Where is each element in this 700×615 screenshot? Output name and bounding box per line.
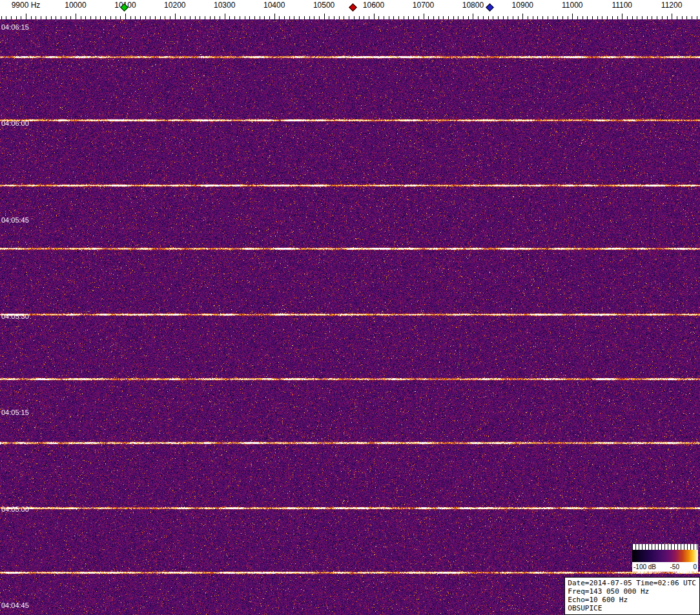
- spectrogram-area: 04:06:1504:06:0004:05:4504:05:3004:05:15…: [0, 19, 700, 615]
- freq-tick-label: 11200: [661, 1, 682, 10]
- info-box: Date=2014-07-05 Time=02:06 UTC Freq=143 …: [564, 577, 700, 615]
- major-tick: [225, 14, 225, 19]
- color-scale-gradient: [632, 550, 698, 562]
- time-label: 04:04:45: [1, 601, 29, 609]
- freq-tick-label: 10500: [313, 1, 335, 10]
- color-scale-ticks: [632, 544, 698, 550]
- time-label: 04:05:15: [1, 408, 29, 416]
- color-scale-labels: -100 dB -50 0: [632, 562, 698, 572]
- freq-tick-label: 10700: [413, 1, 434, 10]
- spectrogram-screen: 9900 Hz100001010010200103001040010500106…: [0, 0, 700, 615]
- color-scale-label-min: -100 dB: [633, 563, 656, 570]
- major-tick: [572, 14, 573, 19]
- freq-tick-label: 10600: [363, 1, 384, 10]
- info-echo-line: Echo=10 600 Hz: [568, 596, 696, 604]
- frequency-ruler: 9900 Hz100001010010200103001040010500106…: [0, 0, 700, 19]
- freq-tick-label: 10300: [214, 1, 235, 10]
- info-freq-line: Freq=143 050 000 Hz: [568, 587, 696, 596]
- time-label: 04:06:15: [1, 23, 29, 31]
- time-label: 04:05:30: [1, 312, 29, 320]
- blue-diamond-marker[interactable]: [486, 3, 494, 12]
- color-scale-label-mid: -50: [670, 563, 679, 570]
- major-tick: [374, 14, 375, 19]
- major-tick: [26, 14, 26, 19]
- info-date-time-line: Date=2014-07-05 Time=02:06 UTC: [568, 579, 696, 587]
- freq-tick-label: 11000: [562, 1, 582, 10]
- info-station-line: OBSUPICE: [568, 604, 696, 612]
- color-scale: -100 dB -50 0: [632, 544, 698, 572]
- time-label: 04:05:45: [1, 216, 29, 224]
- freq-tick-label: 10900: [512, 1, 533, 10]
- major-tick: [473, 14, 473, 19]
- major-tick: [76, 14, 76, 19]
- freq-tick-label: 11100: [612, 1, 632, 10]
- red-diamond-marker[interactable]: [349, 3, 357, 12]
- major-tick: [522, 14, 523, 19]
- time-label: 04:05:00: [1, 505, 29, 513]
- major-tick: [424, 14, 424, 19]
- freq-tick-label: 10000: [65, 1, 86, 10]
- major-tick: [274, 14, 275, 19]
- major-tick: [672, 14, 672, 19]
- major-tick: [324, 14, 325, 19]
- freq-tick-label: 10200: [164, 1, 185, 10]
- freq-tick-label: 10400: [263, 1, 285, 10]
- major-tick: [622, 14, 623, 19]
- major-tick: [175, 14, 176, 19]
- color-scale-label-max: 0: [693, 563, 697, 570]
- spectrogram-canvas: [0, 19, 700, 615]
- time-label: 04:06:00: [1, 119, 29, 127]
- major-tick: [125, 14, 126, 19]
- freq-tick-label: 10800: [462, 1, 484, 10]
- freq-tick-label: 9900 Hz: [12, 1, 41, 10]
